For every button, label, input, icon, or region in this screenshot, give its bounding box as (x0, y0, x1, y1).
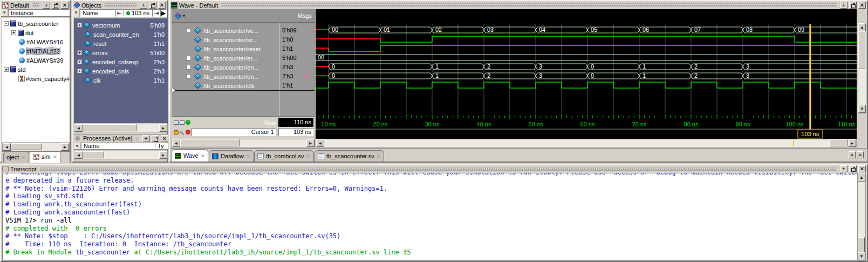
cursor-time-cell[interactable]: 103 ns (278, 128, 313, 136)
tab-close-icon[interactable]: ✕ (53, 154, 57, 160)
tree-item-dut[interactable]: +dut (2, 28, 70, 37)
msgs-header[interactable]: Msgs (298, 12, 315, 19)
tree-item-tb-scancounter[interactable]: -tb_scancounter (2, 19, 70, 28)
processes-name-header[interactable]: Name (81, 143, 155, 149)
panel-add-button[interactable]: + (840, 2, 848, 9)
wave-signal-row[interactable]: /tb_scancounter/sc... (172, 35, 279, 44)
wave-canvas[interactable]: 0001020304050607080900012301230123012310… (316, 9, 857, 139)
scroll-right-icon[interactable]: ► (848, 139, 856, 147)
wave-signal-name[interactable]: /tb_scancounter/er... (203, 55, 257, 62)
insertion-pointer-icon[interactable] (172, 88, 175, 92)
tree-item-label[interactable]: dut (25, 30, 33, 36)
window-icon[interactable] (174, 120, 179, 125)
tree-item-label[interactable]: #INITIAL#22 (26, 48, 60, 55)
object-row-encoded_colsexp[interactable]: +encoded_colsexp2'h3 (74, 57, 168, 66)
scroll-left-icon[interactable]: ◄ (74, 124, 83, 132)
structure-panel-titlebar[interactable]: Default + ✕ (1, 1, 70, 9)
tree-item-label[interactable]: std (18, 66, 26, 73)
object-name[interactable]: reset (93, 41, 154, 47)
wave-signal-row[interactable]: +/tb_scancounter/er... (172, 53, 279, 63)
processes-panel-titlebar[interactable]: ⚙ Processes (Active) + ✕ (74, 134, 168, 142)
object-row-encoded_cols[interactable]: +encoded_cols2'h3 (74, 66, 168, 76)
tree-item--initial-22[interactable]: #INITIAL#22 (2, 46, 70, 56)
tree-item--vsim-capacity-[interactable]: #vsim_capacity# (2, 74, 70, 83)
scroll-left-icon[interactable]: ◄ (316, 139, 324, 147)
expand-icon[interactable]: + (11, 30, 16, 35)
panel-grip[interactable] (221, 3, 837, 7)
panel-close-button[interactable]: ✕ (858, 165, 866, 172)
panel-undock-button[interactable] (149, 2, 156, 9)
tab-sim[interactable]: sim✕ (30, 151, 61, 163)
object-name[interactable]: encoded_cols (92, 68, 154, 75)
panel-grip[interactable] (40, 167, 837, 171)
object-row-vectornum[interactable]: +vectornum5'h09 (74, 21, 168, 30)
scroll-right-icon[interactable]: ► (61, 143, 69, 151)
filter-funnel-icon[interactable]: ▼ (73, 9, 80, 17)
window2-icon[interactable] (180, 120, 184, 125)
goto-first-time-icon[interactable]: ⇤ (115, 9, 124, 17)
wave-signal-name[interactable]: /tb_scancounter/ve... (203, 28, 258, 34)
tree-item-label[interactable]: #ALWAYS#16 (26, 39, 63, 45)
panel-add-button[interactable]: + (43, 2, 50, 9)
structure-hscrollbar[interactable]: ◄ ► (2, 143, 70, 151)
header-more-icon[interactable]: ▶ (160, 9, 167, 17)
expand-icon[interactable]: + (77, 69, 82, 73)
add-signals-icon[interactable] (174, 12, 181, 19)
tab-close-icon[interactable]: ✕ (246, 153, 250, 159)
panel-undock-button[interactable] (849, 2, 857, 9)
wave-signal-name[interactable]: /tb_scancounter/en... (203, 73, 259, 80)
panel-undock-button[interactable] (152, 135, 159, 142)
transcript-console[interactable]: # Warning: (vopt-2577) Some optimization… (2, 173, 859, 261)
scroll-left-icon[interactable]: ◄ (172, 139, 180, 147)
scroll-up-icon[interactable]: ▲ (858, 23, 866, 31)
tree-item-label[interactable]: tb_scancounter (18, 21, 58, 27)
tab-close-icon[interactable]: ✕ (306, 153, 311, 159)
object-row-errors[interactable]: +errors5'h00 (74, 48, 168, 57)
scroll-right-icon[interactable]: ► (159, 151, 167, 159)
tree-item-label[interactable]: #vsim_capacity# (26, 76, 70, 82)
panel-close-button[interactable]: ✕ (61, 2, 69, 9)
wave-signal-row[interactable]: /tb_scancounter/reset (172, 44, 279, 53)
expand-icon[interactable]: + (186, 65, 191, 70)
chevron-down-icon[interactable]: ▼ (182, 14, 186, 18)
collapse-icon[interactable]: - (4, 21, 9, 26)
object-row-scan_counter_en[interactable]: scan_counter_en1'h0 (74, 30, 168, 39)
tree-item--always-16[interactable]: #ALWAYS#16 (2, 37, 70, 46)
panel-add-button[interactable]: + (142, 135, 150, 142)
objects-hscrollbar[interactable]: ◄ ► (74, 124, 168, 132)
expand-icon[interactable]: + (4, 67, 9, 72)
tabs-scroll-left-icon[interactable]: « (849, 151, 856, 158)
wave-signal-row[interactable]: +/tb_scancounter/en... (172, 72, 279, 81)
scroll-down-icon[interactable]: ▼ (858, 252, 865, 260)
panel-grip[interactable] (105, 3, 136, 7)
scroll-right-icon[interactable]: ► (306, 139, 315, 147)
wave-titlebar[interactable]: Wave - Default + ✕ (170, 1, 867, 9)
objects-panel-titlebar[interactable]: Objects + ✕ (73, 1, 167, 9)
tree-item-std[interactable]: +std (2, 65, 70, 74)
panel-undock-button[interactable] (52, 2, 59, 9)
delete-cursor-icon[interactable]: − (186, 130, 190, 135)
object-name[interactable]: encoded_colsexp (92, 59, 154, 65)
tab-close-icon[interactable]: ✕ (377, 153, 381, 159)
tree-item-label[interactable]: #ALWAYS#39 (26, 57, 63, 64)
wrench-icon[interactable] (180, 131, 184, 135)
panel-close-button[interactable]: ✕ (858, 2, 866, 9)
cursor-name-cell[interactable]: Cursor 1 (192, 128, 276, 136)
filter-funnel-icon[interactable]: ▼ (74, 143, 81, 149)
object-name[interactable]: errors (92, 50, 150, 56)
wave-vscrollbar[interactable]: ▲ ▼ (858, 23, 866, 113)
wave-signal-name[interactable]: /tb_scancounter/clk (203, 83, 255, 89)
panel-close-button[interactable]: ✕ (158, 2, 166, 9)
tab-dataflow[interactable]: Dataflow✕ (209, 150, 254, 162)
tree-item--always-39[interactable]: #ALWAYS#39 (2, 56, 70, 65)
scroll-left-icon[interactable]: ◄ (3, 143, 11, 151)
objects-name-header[interactable]: Name (80, 9, 115, 17)
processes-hscrollbar[interactable]: ◄ ► (74, 151, 168, 159)
expand-icon[interactable]: + (77, 59, 82, 64)
panel-close-button[interactable]: ✕ (161, 135, 168, 142)
panel-undock-button[interactable] (849, 165, 857, 172)
tabs-scroll-right-icon[interactable]: » (857, 151, 864, 158)
object-name[interactable]: scan_counter_en (93, 31, 154, 38)
current-time-badge[interactable]: 103 ns (124, 9, 152, 17)
wave-names-hscrollbar[interactable]: ◄ ► (172, 139, 315, 147)
